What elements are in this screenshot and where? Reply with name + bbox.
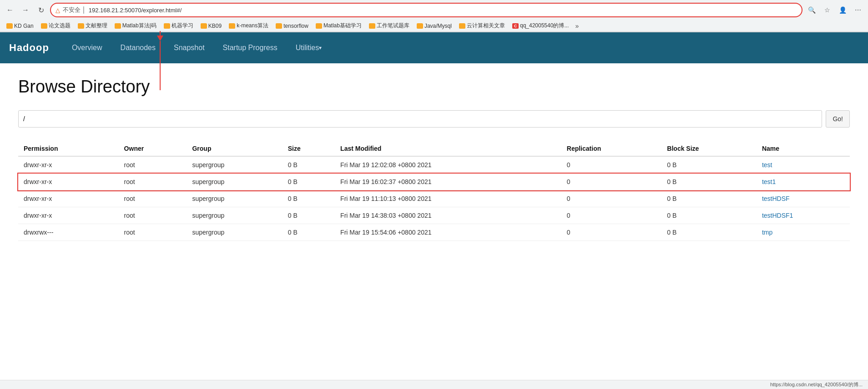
cell-size: 0 B bbox=[283, 224, 335, 241]
hadoop-nav: Hadoop Overview Datanodes Snapshot Start… bbox=[0, 32, 868, 63]
nav-utilities[interactable]: Utilities bbox=[287, 32, 331, 63]
folder-icon bbox=[6, 23, 13, 29]
bookmark-button[interactable]: ☆ bbox=[821, 4, 833, 16]
cell-block-size: 0 B bbox=[661, 156, 757, 174]
bookmark-csdn[interactable]: C qq_42005540的博... bbox=[510, 21, 571, 31]
col-group: Group bbox=[187, 141, 282, 156]
bookmark-label: k-means算法 bbox=[237, 22, 268, 30]
bookmark-label: Java/Mysql bbox=[424, 23, 452, 29]
bookmark-label: Matlab算法|码 bbox=[122, 22, 156, 30]
cell-block-size: 0 B bbox=[661, 207, 757, 224]
bookmark-work[interactable]: 工作笔试题库 bbox=[366, 21, 412, 31]
nav-snapshot[interactable]: Snapshot bbox=[165, 32, 214, 63]
bookmark-label: 文献整理 bbox=[86, 22, 107, 30]
bookmarks-more[interactable]: » bbox=[575, 22, 579, 30]
bookmark-label: KD Gan bbox=[14, 23, 34, 29]
col-name: Name bbox=[757, 141, 850, 156]
bookmarks-bar: KD Gan 论文选题 文献整理 Matlab算法|码 机器学习 KB09 bbox=[0, 20, 868, 32]
bookmark-cloud[interactable]: 云计算相关文章 bbox=[456, 21, 508, 31]
col-owner: Owner bbox=[119, 141, 187, 156]
table-header: Permission Owner Group Size Last Modifie… bbox=[18, 141, 850, 156]
col-permission: Permission bbox=[18, 141, 119, 156]
path-row: Go! bbox=[18, 110, 850, 128]
name-link[interactable]: testHDSF1 bbox=[762, 212, 793, 219]
folder-icon bbox=[369, 23, 375, 29]
insecure-label: 不安全 │ bbox=[63, 6, 86, 14]
name-link[interactable]: tmp bbox=[762, 229, 772, 236]
cell-owner: root bbox=[119, 156, 187, 174]
cell-permission: drwxr-xr-x bbox=[18, 207, 119, 224]
nav-datanodes[interactable]: Datanodes bbox=[111, 32, 165, 63]
bookmark-label: 论文选题 bbox=[49, 22, 71, 30]
bookmark-tensorflow[interactable]: tensorflow bbox=[273, 22, 311, 30]
bookmark-label: tensorflow bbox=[283, 23, 308, 29]
table-row: drwxr-xr-x root supergroup 0 B Fri Mar 1… bbox=[18, 174, 850, 190]
nav-overview[interactable]: Overview bbox=[63, 32, 111, 63]
address-input[interactable]: 192.168.21.2:50070/explorer.html#/ bbox=[89, 7, 797, 14]
col-last-modified: Last Modified bbox=[335, 141, 561, 156]
menu-button[interactable]: ⋯ bbox=[852, 4, 864, 16]
reload-button[interactable]: ↻ bbox=[35, 4, 47, 16]
forward-button[interactable]: → bbox=[19, 4, 32, 16]
cell-permission: drwxr-xr-x bbox=[18, 190, 119, 207]
cell-last-modified: Fri Mar 19 11:10:13 +0800 2021 bbox=[335, 190, 561, 207]
cell-owner: root bbox=[119, 174, 187, 190]
back-button[interactable]: ← bbox=[4, 4, 16, 16]
cell-last-modified: Fri Mar 19 12:02:08 +0800 2021 bbox=[335, 156, 561, 174]
hadoop-logo: Hadoop bbox=[9, 42, 49, 54]
bookmark-kb09[interactable]: KB09 bbox=[198, 22, 224, 30]
bookmark-label: KB09 bbox=[208, 23, 222, 29]
folder-icon bbox=[459, 23, 465, 29]
cell-size: 0 B bbox=[283, 156, 335, 174]
bookmark-matlab-basics[interactable]: Matlab基础学习 bbox=[313, 21, 364, 31]
cell-last-modified: Fri Mar 19 16:02:37 +0800 2021 bbox=[335, 174, 561, 190]
bookmark-java[interactable]: Java/Mysql bbox=[414, 22, 454, 30]
bookmark-kd-gan[interactable]: KD Gan bbox=[4, 22, 36, 30]
cell-block-size: 0 B bbox=[661, 190, 757, 207]
folder-icon bbox=[164, 23, 170, 29]
zoom-button[interactable]: 🔍 bbox=[805, 4, 818, 16]
bookmark-literature[interactable]: 文献整理 bbox=[75, 21, 110, 31]
go-button[interactable]: Go! bbox=[826, 110, 850, 128]
address-bar-wrapper: △ 不安全 │ 192.168.21.2:50070/explorer.html… bbox=[50, 3, 802, 17]
col-block-size: Block Size bbox=[661, 141, 757, 156]
folder-icon bbox=[78, 23, 84, 29]
browser-toolbar: ← → ↻ △ 不安全 │ 192.168.21.2:50070/explore… bbox=[0, 0, 868, 20]
name-link[interactable]: testHDSF bbox=[762, 195, 790, 202]
cell-replication: 0 bbox=[561, 224, 662, 241]
bookmark-ml[interactable]: 机器学习 bbox=[161, 21, 196, 31]
profile-button[interactable]: 👤 bbox=[836, 4, 849, 16]
table-row: drwxr-xr-x root supergroup 0 B Fri Mar 1… bbox=[18, 190, 850, 207]
bookmark-paper[interactable]: 论文选题 bbox=[38, 21, 73, 31]
nav-startup-progress[interactable]: Startup Progress bbox=[214, 32, 287, 63]
bookmark-matlab[interactable]: Matlab算法|码 bbox=[112, 21, 159, 31]
header-row: Permission Owner Group Size Last Modifie… bbox=[18, 141, 850, 156]
cell-owner: root bbox=[119, 190, 187, 207]
cell-name: testHDSF bbox=[757, 190, 850, 207]
cell-name: test1 bbox=[757, 174, 850, 190]
path-input[interactable] bbox=[18, 110, 822, 128]
cell-permission: drwxr-xr-x bbox=[18, 156, 119, 174]
cell-group: supergroup bbox=[187, 174, 282, 190]
main-content: Browse Directory Go! Permission Owner Gr… bbox=[0, 63, 868, 255]
browser-chrome: ← → ↻ △ 不安全 │ 192.168.21.2:50070/explore… bbox=[0, 0, 868, 32]
bookmark-label: 云计算相关文章 bbox=[467, 22, 505, 30]
bookmark-kmeans[interactable]: k-means算法 bbox=[226, 21, 271, 31]
col-replication: Replication bbox=[561, 141, 662, 156]
page-title: Browse Directory bbox=[18, 77, 850, 97]
cell-replication: 0 bbox=[561, 174, 662, 190]
cell-name: testHDSF1 bbox=[757, 207, 850, 224]
cell-last-modified: Fri Mar 19 15:54:06 +0800 2021 bbox=[335, 224, 561, 241]
bookmark-label: 机器学习 bbox=[172, 22, 193, 30]
cell-replication: 0 bbox=[561, 190, 662, 207]
folder-icon bbox=[316, 23, 322, 29]
cell-name: test bbox=[757, 156, 850, 174]
bookmark-label: 工作笔试题库 bbox=[377, 22, 409, 30]
cell-owner: root bbox=[119, 207, 187, 224]
table-row: drwxr-xr-x root supergroup 0 B Fri Mar 1… bbox=[18, 156, 850, 174]
name-link[interactable]: test bbox=[762, 161, 772, 169]
cell-group: supergroup bbox=[187, 224, 282, 241]
folder-icon bbox=[276, 23, 282, 29]
cell-group: supergroup bbox=[187, 190, 282, 207]
name-link[interactable]: test1 bbox=[762, 178, 776, 185]
